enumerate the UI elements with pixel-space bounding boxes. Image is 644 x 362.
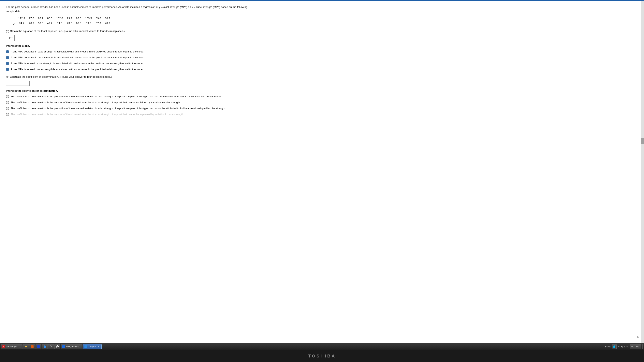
interpret-coeff-heading: Interpret the coefficient of determinati… — [6, 89, 252, 93]
slope-option-4[interactable]: A one MPa increase in cube strength is a… — [6, 67, 252, 71]
browser-content: For the past decade, rubber powder has b… — [0, 1, 644, 343]
slope-radio-1[interactable] — [6, 50, 9, 53]
taskbar-app1[interactable] — [29, 344, 35, 349]
slope-option-1-text: A one MPa decrease in axial strength is … — [11, 50, 144, 54]
svg-rect-11 — [85, 346, 87, 346]
coeff-option-1[interactable]: The coefficient of determination is the … — [6, 95, 252, 99]
taskbar-home[interactable] — [54, 344, 60, 349]
slope-radio-4[interactable] — [6, 68, 9, 71]
toshiba-brand: TOSHIBA — [308, 354, 336, 359]
part-b-label: (b) Calculate the coefficient of determi… — [6, 75, 252, 79]
data-table-container: x 112.3 97.0 92.7 86.0 102.0 99.2 95.8 1… — [12, 16, 252, 26]
coeff-option-3-text: The coefficient of determination is the … — [11, 106, 226, 110]
x-val-3: 92.7 — [36, 16, 45, 21]
y-val-9: 57.3 — [94, 21, 103, 26]
slope-radio-2[interactable] — [6, 56, 9, 59]
slope-option-3-text: A one MPa increase in axial strength is … — [11, 61, 143, 65]
data-table: x 112.3 97.0 92.7 86.0 102.0 99.2 95.8 1… — [12, 16, 112, 26]
clock-display[interactable]: 9:17 PM — [630, 344, 641, 349]
svg-rect-2 — [31, 345, 34, 348]
svg-rect-9 — [62, 346, 65, 346]
slope-option-1[interactable]: A one MPa decrease in axial strength is … — [6, 50, 252, 54]
skype-label: Skype — [605, 346, 611, 348]
search-icon — [50, 345, 52, 348]
y-val-4: 49.2 — [45, 21, 54, 26]
y-val-5: 74.3 — [54, 21, 65, 26]
taskbar-right: Skype S ENG 9:17 PM — [605, 344, 643, 349]
pdf-icon: P — [2, 345, 5, 348]
taskbar-search[interactable] — [48, 344, 54, 349]
svg-rect-14 — [617, 345, 620, 348]
app2-icon — [37, 345, 40, 348]
taskbar-chapter12[interactable]: Chapter 12 - — [83, 344, 102, 349]
slope-option-3[interactable]: A one MPa increase in axial strength is … — [6, 61, 252, 65]
slope-option-4-text: A one MPa increase in cube strength is a… — [11, 67, 143, 71]
equation-input[interactable] — [14, 35, 42, 41]
y-val-1: 74.7 — [16, 21, 27, 26]
y-val-6: 73.0 — [65, 21, 74, 26]
folder-icon — [24, 345, 27, 348]
slope-radio-3[interactable] — [6, 62, 9, 65]
show-desktop-btn[interactable] — [642, 344, 643, 349]
home-icon — [56, 345, 59, 348]
intro-paragraph: For the past decade, rubber powder has b… — [6, 5, 252, 13]
scrollbar[interactable] — [641, 1, 644, 343]
svg-marker-15 — [621, 346, 622, 348]
taskbar-app3[interactable] — [42, 344, 48, 349]
taskbar-folder[interactable] — [23, 344, 29, 349]
my-questions-label: My Questions... — [66, 346, 81, 348]
svg-rect-10 — [84, 345, 87, 348]
coeff-option-4-text: The coefficient of determination is the … — [11, 112, 184, 116]
y-val-8: 59.5 — [83, 21, 94, 26]
x-val-9: 89.0 — [94, 16, 103, 21]
x-label: x — [12, 16, 16, 21]
taskbar-my-questions[interactable]: My Questions... — [61, 344, 82, 349]
browser-icon — [62, 345, 65, 348]
network-icon — [617, 345, 620, 348]
coeff-option-1-text: The coefficient of determination is the … — [11, 95, 222, 99]
coeff-input[interactable] — [6, 81, 30, 86]
coeff-radio-3[interactable] — [6, 107, 9, 110]
toshiba-area: TOSHIBA — [0, 350, 644, 362]
coeff-radio-1[interactable] — [6, 95, 9, 98]
x-val-7: 95.8 — [74, 16, 83, 21]
svg-point-4 — [44, 346, 46, 348]
content-area: For the past decade, rubber powder has b… — [6, 5, 252, 116]
scrollbar-thumb[interactable] — [641, 138, 644, 144]
coeff-option-4[interactable]: The coefficient of determination is the … — [6, 112, 252, 116]
chapter12-icon — [84, 345, 87, 348]
y-val-3: 58.0 — [36, 21, 45, 26]
skype-btn[interactable]: S — [612, 344, 616, 349]
taskbar-certified-pdf[interactable]: P certified.pdf - ... — [1, 344, 22, 349]
svg-text:S: S — [614, 346, 615, 348]
x-val-2: 97.0 — [27, 16, 36, 21]
systray-icons — [617, 345, 623, 348]
certified-pdf-label: certified.pdf - ... — [6, 346, 21, 348]
sound-icon — [620, 345, 623, 348]
coeff-radio-2[interactable] — [6, 101, 9, 104]
y-label: y — [12, 21, 16, 26]
clock-time: 9:17 PM — [631, 346, 640, 348]
skype-icon: S — [613, 345, 616, 348]
cursor-hint: ► — [636, 335, 640, 339]
x-val-1: 112.3 — [16, 16, 27, 21]
equation-line: y = — [9, 35, 252, 41]
coeff-option-2[interactable]: The coefficient of determination is the … — [6, 100, 252, 104]
app1-icon — [31, 345, 34, 348]
y-val-7: 68.3 — [74, 21, 83, 26]
svg-line-6 — [52, 347, 52, 348]
svg-text:P: P — [3, 346, 4, 348]
svg-rect-8 — [62, 345, 65, 348]
coeff-option-3[interactable]: The coefficient of determination is the … — [6, 106, 252, 110]
part-a-label: (a) Obtain the equation of the least squ… — [6, 29, 252, 33]
taskbar-app2[interactable] — [36, 344, 42, 349]
svg-point-5 — [50, 346, 52, 347]
coeff-option-2-text: The coefficient of determination is the … — [11, 100, 180, 104]
coeff-radio-4[interactable] — [6, 113, 9, 116]
table-y-row: y 74.7 70.7 58.0 49.2 74.3 73.0 68.3 59.… — [12, 21, 112, 26]
svg-rect-7 — [57, 347, 58, 348]
x-val-4: 86.0 — [45, 16, 54, 21]
x-val-10: 86.7 — [103, 16, 112, 21]
slope-option-2[interactable]: A one MPa decrease in cube strength is a… — [6, 56, 252, 59]
interpret-slope-heading: Interpret the slope. — [6, 44, 252, 48]
